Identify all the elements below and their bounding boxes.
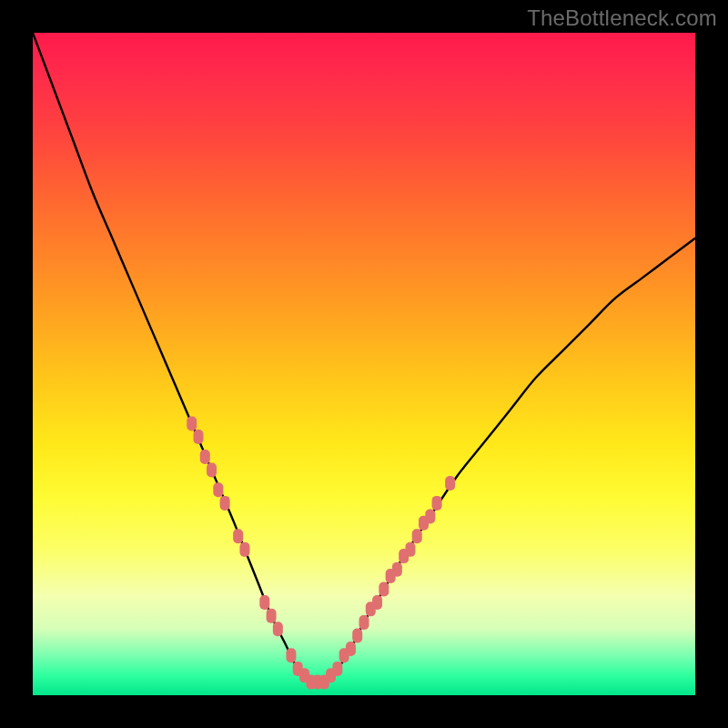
marker-dot: [379, 582, 389, 597]
marker-dot: [425, 509, 435, 523]
marker-dot: [432, 496, 442, 511]
marker-dot: [200, 450, 210, 464]
marker-dot: [445, 476, 455, 490]
marker-dot: [412, 529, 422, 543]
marker-dot: [239, 542, 249, 557]
marker-dot: [359, 615, 369, 630]
marker-dot: [187, 417, 197, 431]
chart-frame: TheBottleneck.com: [0, 0, 728, 728]
watermark-text: TheBottleneck.com: [527, 5, 717, 31]
marker-dot: [332, 662, 342, 676]
marker-dot: [213, 482, 223, 497]
marker-dot: [372, 595, 382, 610]
marker-dot: [207, 462, 217, 477]
marker-dot: [259, 595, 269, 610]
marker-dot: [273, 622, 283, 636]
marker-dot: [233, 529, 243, 543]
marker-dot: [286, 648, 296, 662]
marker-dot: [392, 562, 402, 577]
marker-dot: [220, 496, 230, 511]
marker-dot: [194, 430, 204, 444]
marker-dot: [346, 642, 356, 656]
chart-svg: [33, 33, 695, 695]
plot-area: [33, 33, 695, 695]
marker-dot: [352, 628, 362, 642]
curve-markers: [187, 417, 455, 690]
bottleneck-curve: [33, 33, 695, 683]
marker-dot: [405, 542, 415, 557]
marker-dot: [267, 609, 277, 623]
